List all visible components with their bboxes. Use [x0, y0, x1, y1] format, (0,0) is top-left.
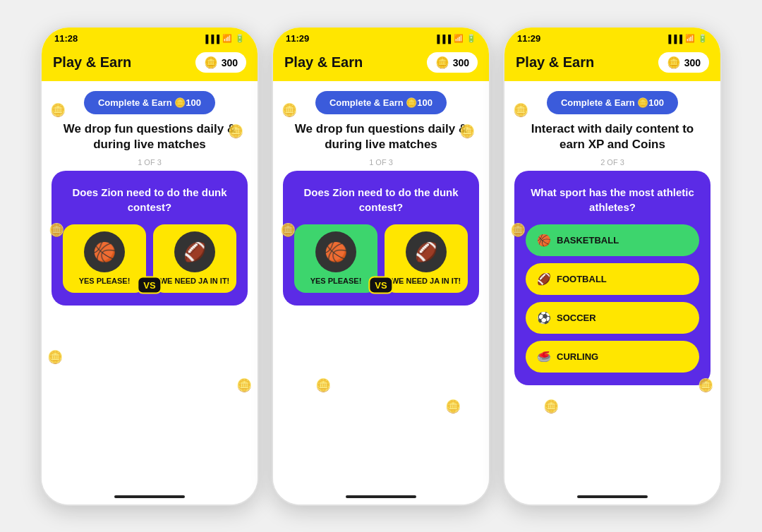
content-area-3: 🪙 🪙 🪙 🪙 Complete & Earn 🪙100 Interact wi… — [504, 81, 720, 489]
mc-answers-3: 🏀BASKETBALL🏈FOOTBALL⚽SOCCER🥌CURLING — [526, 224, 699, 373]
answer-btn-2b[interactable]: 🏈 WE NEED JA IN IT! — [385, 224, 468, 293]
avatar-1b: 🏈 — [174, 231, 215, 272]
answer-btn-1b[interactable]: 🏈 WE NEED JA IN IT! — [153, 224, 236, 293]
home-indicator-2 — [273, 489, 489, 504]
tagline-2: We drop fun questions daily & during liv… — [283, 121, 479, 152]
mc-btn-3-0[interactable]: 🏀BASKETBALL — [526, 224, 699, 256]
signal-icon-2: ▐▐▐ — [435, 35, 451, 43]
progress-1: 1 OF 3 — [138, 158, 162, 167]
app-title-2: Play & Earn — [284, 54, 363, 71]
earn-button-3[interactable]: Complete & Earn 🪙100 — [547, 91, 678, 114]
coins-value-1: 300 — [222, 57, 238, 68]
status-bar-3: 11:29 ▐▐▐ 📶 🔋 — [504, 28, 720, 47]
vs-badge-2: VS — [368, 277, 393, 294]
earn-btn-label-2: Complete & Earn 🪙100 — [329, 97, 433, 108]
answer-label-2b: WE NEED JA IN IT! — [392, 277, 461, 286]
tagline-1: We drop fun questions daily & during liv… — [52, 121, 248, 152]
coins-value-2: 300 — [453, 57, 469, 68]
coins-value-3: 300 — [684, 57, 701, 68]
home-indicator-3 — [504, 489, 720, 504]
float-coin-3-2: 🪙 — [510, 222, 526, 238]
header-3: Play & Earn 🪙 300 — [504, 47, 720, 81]
coin-icon-2: 🪙 — [435, 56, 449, 69]
battery-icon-1: 🔋 — [235, 34, 245, 43]
float-coin-3-4: 🪙 — [543, 399, 559, 414]
question-text-1: Does Zion need to do the dunk contest? — [63, 185, 236, 214]
home-bar-3 — [577, 495, 648, 498]
answer-row-2: 🏀 YES PLEASE! VS 🏈 WE NEED JA IN IT! — [294, 224, 468, 293]
home-bar-1 — [114, 495, 185, 498]
coins-badge-2: 🪙 300 — [427, 52, 478, 73]
app-title-3: Play & Earn — [516, 54, 594, 71]
status-bar-2: 11:29 ▐▐▐ 📶 🔋 — [273, 28, 489, 47]
progress-2: 1 OF 3 — [369, 158, 393, 167]
wifi-icon-3: 📶 — [685, 34, 695, 43]
wifi-icon-1: 📶 — [222, 34, 232, 43]
avatar-1a: 🏀 — [84, 231, 125, 272]
mc-label-3-1: FOOTBALL — [557, 274, 607, 284]
time-1: 11:28 — [54, 33, 78, 44]
float-coin-3-1: 🪙 — [513, 102, 528, 118]
home-indicator-1 — [42, 489, 258, 504]
answer-btn-1a[interactable]: 🏀 YES PLEASE! — [63, 224, 146, 293]
avatar-2a: 🏀 — [315, 231, 356, 272]
question-card-1: Does Zion need to do the dunk contest? 🏀… — [52, 171, 248, 306]
answer-label-1b: WE NEED JA IN IT! — [160, 277, 230, 286]
answer-label-2a: YES PLEASE! — [310, 277, 362, 286]
signal-icon-3: ▐▐▐ — [666, 35, 682, 43]
float-coin-4: 🪙 — [47, 349, 63, 365]
float-coin-2-2: 🪙 — [459, 123, 475, 139]
answer-row-1: 🏀 YES PLEASE! VS 🏈 WE NEED JA IN IT! — [63, 224, 236, 293]
mc-icon-3-3: 🥌 — [537, 350, 551, 363]
answer-label-1a: YES PLEASE! — [79, 277, 131, 286]
signal-icon-1: ▐▐▐ — [203, 35, 219, 43]
tagline-3: Interact with daily content to earn XP a… — [514, 121, 710, 152]
coins-badge-3: 🪙 300 — [658, 52, 709, 73]
content-area-2: 🪙 🪙 🪙 🪙 🪙 Complete & Earn 🪙100 We drop f… — [273, 81, 489, 489]
earn-button-1[interactable]: Complete & Earn 🪙100 — [84, 91, 215, 114]
mc-label-3-0: BASKETBALL — [557, 235, 619, 246]
avatar-2b: 🏈 — [406, 231, 447, 272]
earn-btn-label-3: Complete & Earn 🪙100 — [561, 97, 664, 108]
battery-icon-3: 🔋 — [698, 34, 708, 43]
mc-icon-3-2: ⚽ — [537, 311, 551, 325]
float-coin-3-3: 🪙 — [698, 377, 713, 393]
mc-btn-3-2[interactable]: ⚽SOCCER — [526, 302, 699, 334]
home-bar-2 — [346, 495, 416, 498]
mc-label-3-2: SOCCER — [557, 313, 596, 323]
earn-button-2[interactable]: Complete & Earn 🪙100 — [315, 91, 447, 114]
mc-label-3-3: CURLING — [557, 351, 598, 362]
vs-badge-1: VS — [137, 277, 162, 294]
battery-icon-2: 🔋 — [466, 34, 476, 43]
question-card-2: Does Zion need to do the dunk contest? 🏀… — [283, 171, 479, 306]
status-bar-1: 11:28 ▐▐▐ 📶 🔋 — [42, 28, 258, 47]
status-icons-2: ▐▐▐ 📶 🔋 — [435, 34, 476, 43]
answer-btn-2a[interactable]: 🏀 YES PLEASE! — [294, 224, 377, 293]
float-coin-2-3: 🪙 — [280, 222, 296, 238]
float-coin-2: 🪙 — [228, 123, 243, 139]
mc-btn-3-3[interactable]: 🥌CURLING — [526, 341, 699, 373]
mc-btn-3-1[interactable]: 🏈FOOTBALL — [526, 263, 699, 295]
phone-3: 11:29 ▐▐▐ 📶 🔋 Play & Earn 🪙 300 🪙 🪙 🪙 🪙 … — [503, 26, 722, 506]
float-coin-2-1: 🪙 — [282, 102, 297, 118]
progress-3: 2 OF 3 — [600, 158, 624, 167]
earn-btn-label-1: Complete & Earn 🪙100 — [98, 97, 201, 108]
float-coin-2-4: 🪙 — [315, 377, 331, 393]
float-coin-3: 🪙 — [49, 222, 64, 238]
mc-icon-3-0: 🏀 — [537, 234, 551, 247]
wifi-icon-2: 📶 — [454, 34, 464, 43]
app-title-1: Play & Earn — [53, 54, 131, 71]
status-icons-3: ▐▐▐ 📶 🔋 — [666, 34, 708, 43]
header-2: Play & Earn 🪙 300 — [273, 47, 489, 81]
coin-icon-1: 🪙 — [204, 56, 218, 69]
float-coin-5: 🪙 — [236, 377, 252, 393]
float-coin-1: 🪙 — [50, 102, 66, 118]
question-card-3: What sport has the most athletic athlete… — [514, 171, 710, 385]
float-coin-2-5: 🪙 — [445, 399, 461, 414]
time-2: 11:29 — [286, 33, 309, 44]
content-area-1: 🪙 🪙 🪙 🪙 🪙 Complete & Earn 🪙100 We drop f… — [42, 81, 258, 489]
status-icons-1: ▐▐▐ 📶 🔋 — [203, 34, 245, 43]
question-text-2: Does Zion need to do the dunk contest? — [294, 185, 468, 214]
coin-icon-3: 🪙 — [667, 56, 681, 69]
coins-badge-1: 🪙 300 — [195, 52, 246, 73]
